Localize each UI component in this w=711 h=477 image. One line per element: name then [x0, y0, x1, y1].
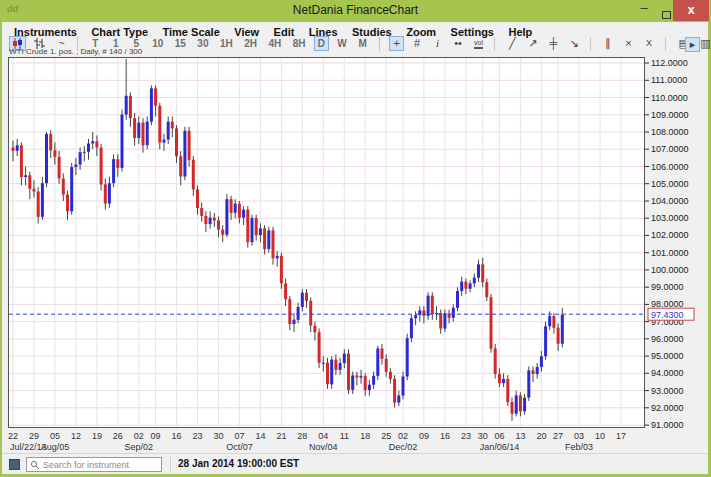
timescale-8h-button[interactable]: 8H: [290, 36, 309, 51]
svg-text:28: 28: [297, 431, 307, 441]
svg-text:16: 16: [171, 431, 181, 441]
maximize-icon: [662, 11, 671, 19]
svg-text:13: 13: [515, 431, 525, 441]
delete-all-icon: X: [646, 38, 652, 49]
timescale-4h-button[interactable]: 4H: [265, 36, 284, 51]
svg-text:03: 03: [574, 431, 584, 441]
svg-text:16: 16: [440, 431, 450, 441]
timescale-weekly-button[interactable]: W: [334, 36, 349, 51]
svg-text:100.0000: 100.0000: [651, 265, 689, 275]
svg-text:02: 02: [398, 431, 408, 441]
svg-text:107.0000: 107.0000: [651, 144, 689, 154]
status-bar: Search for instrument 28 Jan 2014 19:00:…: [2, 453, 708, 474]
svg-text:Jan/06/14: Jan/06/14: [480, 442, 520, 452]
compare-button[interactable]: ••: [451, 36, 466, 51]
grid-button[interactable]: #: [410, 36, 425, 51]
svg-text:Sep/02: Sep/02: [125, 442, 154, 452]
crosshair-button[interactable]: +: [389, 36, 404, 51]
parallel-lines-icon: ∥: [605, 38, 611, 49]
svg-text:Oct/07: Oct/07: [226, 442, 253, 452]
svg-text:18: 18: [360, 431, 370, 441]
info-icon: i: [436, 38, 439, 49]
trend-line-icon: ╱: [509, 38, 516, 49]
parallel-lines-button[interactable]: ∥: [601, 36, 616, 51]
svg-text:25: 25: [381, 431, 391, 441]
panel-toggle-icon: ▸: [690, 39, 696, 50]
svg-text:112.0000: 112.0000: [651, 58, 688, 68]
print-preview-icon: ▥: [700, 38, 710, 49]
svg-text:Dec/02: Dec/02: [389, 442, 418, 452]
instrument-search-input[interactable]: Search for instrument: [26, 457, 162, 472]
toolbar-separator: [665, 37, 666, 51]
close-button[interactable]: x: [673, 0, 709, 21]
svg-text:29: 29: [29, 431, 39, 441]
svg-text:21: 21: [276, 431, 286, 441]
toolbar-separator: [494, 37, 495, 51]
svg-text:Feb/03: Feb/03: [565, 442, 593, 452]
svg-text:111.0000: 111.0000: [651, 75, 687, 85]
svg-text:Nov/04: Nov/04: [309, 442, 338, 452]
svg-text:12: 12: [71, 431, 81, 441]
status-separator: [170, 456, 171, 473]
chart-area[interactable]: 112.0000111.0000110.0000109.0000108.0000…: [8, 57, 705, 454]
volume-button[interactable]: vol: [471, 36, 486, 51]
timescale-30m-button[interactable]: 30: [194, 36, 211, 51]
svg-text:96.0000: 96.0000: [651, 334, 684, 344]
svg-text:30: 30: [213, 431, 223, 441]
timescale-1h-button[interactable]: 1H: [217, 36, 236, 51]
timescale-10m-button[interactable]: 10: [149, 36, 166, 51]
svg-text:92.0000: 92.0000: [651, 403, 684, 413]
delete-drawing-icon: ×: [625, 38, 631, 49]
channel-button[interactable]: ╪: [546, 36, 561, 51]
svg-text:27: 27: [553, 431, 563, 441]
svg-text:20: 20: [536, 431, 546, 441]
svg-text:110.0000: 110.0000: [651, 93, 688, 103]
trend-line-button[interactable]: ╱: [505, 36, 520, 51]
price-chart-svg[interactable]: 112.0000111.0000110.0000109.0000108.0000…: [8, 57, 705, 454]
channel-icon: ╪: [550, 38, 558, 49]
svg-text:02: 02: [134, 431, 144, 441]
svg-text:26: 26: [113, 431, 123, 441]
svg-text:101.0000: 101.0000: [651, 248, 689, 258]
delete-all-button[interactable]: X: [642, 36, 657, 51]
svg-text:106.0000: 106.0000: [651, 162, 689, 172]
svg-text:19: 19: [92, 431, 102, 441]
svg-text:23: 23: [461, 431, 471, 441]
svg-text:17: 17: [616, 431, 626, 441]
svg-text:95.0000: 95.0000: [651, 351, 684, 361]
timescale-15m-button[interactable]: 15: [172, 36, 189, 51]
delete-drawing-button[interactable]: ×: [621, 36, 636, 51]
window-title: NetDania FinanceChart: [0, 3, 711, 17]
title-bar: dd NetDania FinanceChart – x: [0, 0, 711, 22]
svg-text:23: 23: [192, 431, 202, 441]
panel-toggle-button[interactable]: ▸: [685, 37, 700, 52]
svg-text:105.0000: 105.0000: [651, 179, 689, 189]
svg-text:04: 04: [318, 431, 328, 441]
svg-text:97.4300: 97.4300: [651, 310, 684, 320]
trend-arrow-icon: ↗: [528, 38, 537, 49]
app-window: dd NetDania FinanceChart – x Instruments…: [0, 0, 711, 477]
svg-text:104.0000: 104.0000: [651, 196, 689, 206]
svg-text:91.0000: 91.0000: [651, 420, 684, 430]
instrument-label: WTI Crude 1. pos. , Daily, # 140 / 300: [9, 47, 142, 56]
connection-status-icon: [9, 459, 20, 470]
timescale-monthly-button[interactable]: M: [355, 36, 370, 51]
svg-text:07: 07: [234, 431, 244, 441]
svg-text:Aug/05: Aug/05: [41, 442, 70, 452]
svg-text:103.0000: 103.0000: [651, 213, 689, 223]
ray-line-button[interactable]: ↘: [566, 36, 581, 51]
timescale-daily-button[interactable]: D: [314, 36, 329, 51]
minimize-button[interactable]: –: [633, 0, 655, 21]
ray-line-icon: ↘: [569, 38, 578, 49]
compare-icon: ••: [454, 38, 462, 49]
svg-text:10: 10: [595, 431, 605, 441]
window-content: Instruments Chart Type Time Scale View E…: [2, 22, 708, 474]
trend-arrow-button[interactable]: ↗: [525, 36, 540, 51]
svg-text:06: 06: [494, 431, 504, 441]
timescale-2h-button[interactable]: 2H: [241, 36, 260, 51]
svg-text:09: 09: [151, 431, 161, 441]
last-update-timestamp: 28 Jan 2014 19:00:00 EST: [178, 458, 299, 469]
svg-text:108.0000: 108.0000: [651, 127, 689, 137]
svg-text:05: 05: [50, 431, 60, 441]
info-button[interactable]: i: [430, 36, 445, 51]
